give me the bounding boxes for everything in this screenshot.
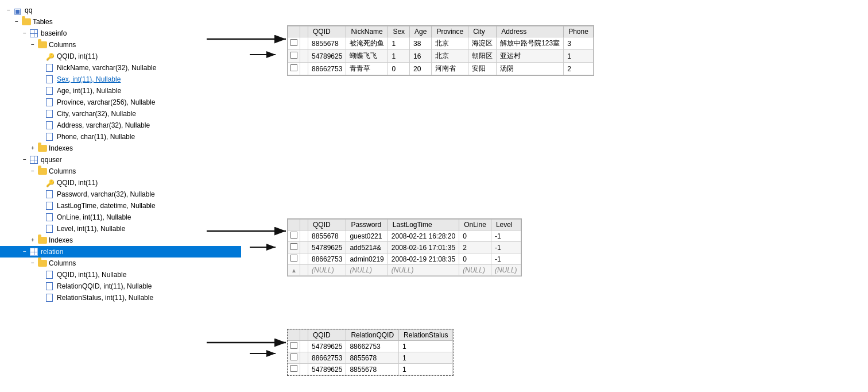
cell-password: guest0221 bbox=[346, 230, 388, 242]
tree-label-relation: relation bbox=[41, 247, 63, 257]
cell-qqid: 54789625 bbox=[308, 242, 346, 253]
tree-item-baseinfo-columns[interactable]: − Columns bbox=[0, 39, 241, 51]
tree-item-baseinfo-qqid[interactable]: − 🔑 QQID, int(11) bbox=[0, 51, 241, 62]
folder-icon-relation-cols bbox=[38, 259, 47, 268]
cell-qqid: 8855678 bbox=[308, 230, 346, 242]
col-icon-relation-qqid bbox=[46, 270, 55, 279]
tree-item-relation-columns[interactable]: − Columns bbox=[0, 258, 241, 269]
row-checkbox[interactable] bbox=[290, 52, 297, 59]
row-checkbox[interactable] bbox=[290, 39, 297, 46]
row-checkbox[interactable] bbox=[290, 365, 297, 372]
row-indicator bbox=[300, 352, 308, 364]
cell-level: -1 bbox=[491, 253, 521, 265]
table-row[interactable]: 8855678 被淹死的鱼 1 38 北京 海淀区 解放中路号院123室 3 bbox=[288, 37, 594, 50]
tree-label-sex[interactable]: Sex, int(11), Nullable bbox=[57, 74, 121, 84]
table-row[interactable]: 54789625 88662753 1 bbox=[288, 341, 453, 352]
expand-icon-qq[interactable]: − bbox=[5, 6, 13, 14]
tree-label-lastlog: LastLogTime, datetime, Nullable bbox=[57, 201, 156, 211]
col-icon-password bbox=[46, 190, 55, 199]
tree-label-nickname: NickName, varchar(32), Nullable bbox=[57, 63, 156, 73]
tree-item-baseinfo-city[interactable]: − City, varchar(32), Nullable bbox=[0, 108, 241, 120]
th-relation-cb bbox=[288, 330, 300, 341]
tree-label-baseinfo: baseinfo bbox=[41, 28, 67, 39]
tree-item-baseinfo[interactable]: − baseinfo bbox=[0, 28, 241, 39]
table-row[interactable]: 54789625 add521#& 2008-02-16 17:01:35 2 … bbox=[288, 242, 521, 253]
tree-item-relation-stalus[interactable]: − RelationStalus, int(11), Nullable bbox=[0, 292, 241, 303]
table-row-null[interactable]: ▲ (NULL) (NULL) (NULL) (NULL) (NULL) bbox=[288, 265, 521, 276]
folder-icon-baseinfo-indexes bbox=[38, 144, 47, 153]
tree-item-qquser[interactable]: − qquser bbox=[0, 154, 241, 166]
expand-icon-relation[interactable]: − bbox=[21, 248, 29, 256]
cell-null-level: (NULL) bbox=[491, 265, 521, 276]
expand-icon-baseinfo-indexes[interactable]: + bbox=[29, 144, 37, 152]
table-relation: QQID RelationQQID RelationStalus 5478962… bbox=[288, 329, 453, 375]
expand-icon-qquser-indexes[interactable]: + bbox=[29, 236, 37, 244]
tree-item-baseinfo-indexes[interactable]: + Indexes bbox=[0, 143, 241, 154]
cell-lastlog: 2008-02-21 16:28:20 bbox=[388, 230, 459, 242]
tree-panel: − ▣ qq − Tables − baseinfo − Columns − 🔑… bbox=[0, 0, 241, 392]
expand-icon-tables[interactable]: − bbox=[13, 18, 21, 26]
table-row[interactable]: 88662753 青青草 0 20 河南省 安阳 汤阴 2 bbox=[288, 63, 594, 75]
cell-age: 16 bbox=[410, 50, 432, 63]
table-icon-relation bbox=[30, 247, 39, 256]
row-checkbox[interactable] bbox=[290, 232, 297, 239]
row-checkbox[interactable] bbox=[290, 255, 297, 262]
expand-icon-baseinfo[interactable]: − bbox=[21, 29, 29, 37]
tree-item-baseinfo-age[interactable]: − Age, int(11), Nullable bbox=[0, 85, 241, 97]
tree-label-relation-relqqid: RelationQQID, int(11), Nullable bbox=[57, 281, 152, 291]
tree-label-password: Password, varchar(32), Nullable bbox=[57, 189, 155, 199]
tree-label-address: Address, varchar(32), Nullable bbox=[57, 120, 150, 130]
tree-item-baseinfo-sex[interactable]: − Sex, int(11), Nullable bbox=[0, 74, 241, 85]
tree-item-qquser-qqid[interactable]: − 🔑 QQID, int(11) bbox=[0, 177, 241, 189]
tree-item-qquser-columns[interactable]: − Columns bbox=[0, 166, 241, 177]
row-checkbox[interactable] bbox=[290, 353, 297, 360]
row-checkbox[interactable] bbox=[290, 243, 297, 250]
row-checkbox[interactable] bbox=[290, 64, 297, 71]
cell-null-online: (NULL) bbox=[459, 265, 491, 276]
tree-item-qq[interactable]: − ▣ qq bbox=[0, 5, 241, 16]
th-qquser-password: Password bbox=[346, 220, 388, 230]
table-row[interactable]: 88662753 admin0219 2008-02-19 21:08:35 0… bbox=[288, 253, 521, 265]
tree-item-relation-relqqid[interactable]: − RelationQQID, int(11), Nullable bbox=[0, 280, 241, 292]
expand-icon-qquser[interactable]: − bbox=[21, 156, 29, 164]
expand-icon-relation-cols[interactable]: − bbox=[29, 259, 37, 267]
cell-address: 亚运村 bbox=[497, 50, 564, 63]
th-baseinfo-city: City bbox=[468, 26, 497, 37]
col-icon-relation-relqqid bbox=[46, 282, 55, 291]
cell-relqqid: 8855678 bbox=[346, 364, 399, 375]
tree-item-baseinfo-nickname[interactable]: − NickName, varchar(32), Nullable bbox=[0, 62, 241, 74]
col-icon-phone bbox=[46, 132, 55, 141]
tree-item-tables[interactable]: − Tables bbox=[0, 16, 241, 28]
tree-item-qquser-level[interactable]: − Level, int(11), Nullable bbox=[0, 223, 241, 235]
content-area: QQID NickName Sex Age Province City Addr… bbox=[241, 0, 868, 392]
expand-icon-baseinfo-cols[interactable]: − bbox=[29, 41, 37, 49]
tree-item-relation-qqid[interactable]: − QQID, int(11), Nullable bbox=[0, 269, 241, 280]
table-row[interactable]: 8855678 guest0221 2008-02-21 16:28:20 0 … bbox=[288, 230, 521, 242]
tree-item-baseinfo-province[interactable]: − Province, varchar(256), Nullable bbox=[0, 97, 241, 108]
tree-item-relation[interactable]: − relation bbox=[0, 246, 241, 258]
db-icon: ▣ bbox=[14, 6, 23, 15]
cell-null-lastlog: (NULL) bbox=[388, 265, 459, 276]
tree-item-baseinfo-address[interactable]: − Address, varchar(32), Nullable bbox=[0, 120, 241, 131]
row-indicator bbox=[300, 364, 308, 375]
tree-item-baseinfo-phone[interactable]: − Phone, char(11), Nullable bbox=[0, 131, 241, 143]
cell-level: -1 bbox=[491, 230, 521, 242]
row-indicator bbox=[300, 50, 308, 63]
tree-label-qq: qq bbox=[25, 5, 32, 16]
tree-item-qquser-lastlog[interactable]: − LastLogTime, datetime, Nullable bbox=[0, 200, 241, 212]
th-baseinfo-province: Province bbox=[432, 26, 468, 37]
cell-nickname: 被淹死的鱼 bbox=[346, 37, 388, 50]
expand-icon-qquser-cols[interactable]: − bbox=[29, 167, 37, 175]
tree-item-qquser-password[interactable]: − Password, varchar(32), Nullable bbox=[0, 189, 241, 200]
row-checkbox[interactable] bbox=[290, 342, 297, 349]
th-qquser-level: Level bbox=[491, 220, 521, 230]
cell-phone: 2 bbox=[564, 63, 594, 75]
tree-item-qquser-indexes[interactable]: + Indexes bbox=[0, 235, 241, 246]
tree-item-qquser-online[interactable]: − OnLine, int(11), Nullable bbox=[0, 212, 241, 223]
tree-label-city: City, varchar(32), Nullable bbox=[57, 109, 136, 119]
table-row[interactable]: 54789625 8855678 1 bbox=[288, 364, 453, 375]
row-indicator-null bbox=[300, 265, 308, 276]
cell-sex: 1 bbox=[388, 50, 410, 63]
table-row[interactable]: 88662753 8855678 1 bbox=[288, 352, 453, 364]
table-row[interactable]: 54789625 蝴蝶飞飞 1 16 北京 朝阳区 亚运村 1 bbox=[288, 50, 594, 63]
